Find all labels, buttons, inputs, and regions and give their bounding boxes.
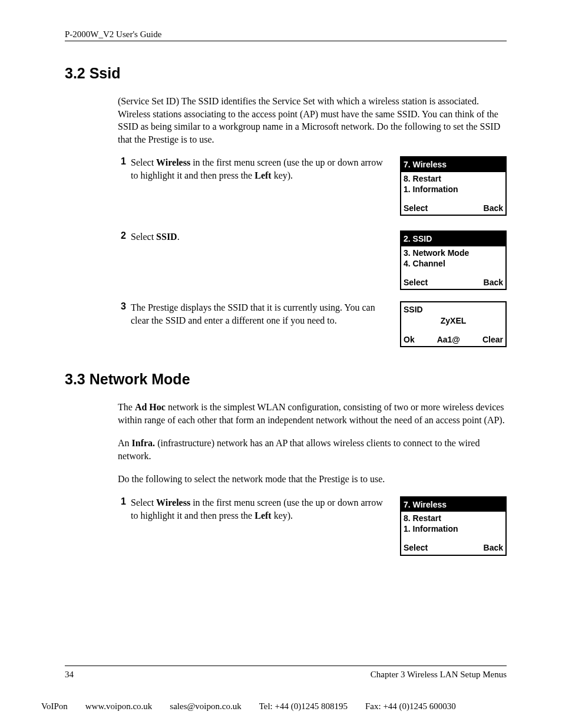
lcd-line: SSID <box>404 304 503 315</box>
t-bold: Ad Hoc <box>135 402 166 412</box>
t: key). <box>272 170 293 180</box>
lcd-line: 1. Information <box>404 523 503 534</box>
step-row: 1 Select Wireless in the first menu scre… <box>118 496 507 556</box>
page: P-2000W_V2 User's Guide 3.2 Ssid (Servic… <box>0 0 562 728</box>
t-bold: Wireless <box>156 498 190 508</box>
step-text: Select SSID. <box>131 230 392 243</box>
lcd-softkey-mid: Aa1@ <box>437 334 460 345</box>
step-text: Select Wireless in the first menu screen… <box>131 496 392 522</box>
steps-3-2: 1 Select Wireless in the first menu scre… <box>118 156 507 347</box>
email: sales@voipon.co.uk <box>170 701 241 711</box>
step-number: 1 <box>118 156 126 182</box>
fax: Fax: +44 (0)1245 600030 <box>365 701 456 711</box>
running-header: P-2000W_V2 User's Guide <box>65 29 507 41</box>
company: VoIPon <box>41 701 68 711</box>
step-number: 2 <box>118 230 126 243</box>
t: . <box>177 232 180 242</box>
lcd-screen: 2. SSID 3. Network Mode 4. Channel Selec… <box>400 230 507 290</box>
lcd-screen: SSID ZyXEL Ok Aa1@ Clear <box>400 301 507 347</box>
step-text: Select Wireless in the first menu screen… <box>131 156 392 182</box>
heading-3-3: 3.3 Network Mode <box>65 371 507 388</box>
contact-footer: VoIPon www.voipon.co.uk sales@voipon.co.… <box>41 701 527 711</box>
lcd-highlight: 7. Wireless <box>401 157 505 172</box>
lcd-screen: 7. Wireless 8. Restart 1. Information Se… <box>400 496 507 556</box>
t: network is the simplest WLAN configurati… <box>118 402 505 425</box>
lcd-line: 3. Network Mode <box>404 248 503 258</box>
lcd-softkey-right: Back <box>484 542 503 553</box>
step-row: 2 Select SSID. 2. SSID 3. Network Mode 4… <box>118 230 507 297</box>
lcd-line: 8. Restart <box>404 173 503 184</box>
t: (infrastructure) network has an AP that … <box>118 438 480 461</box>
t: Select <box>131 157 156 167</box>
p-3-3-3: Do the following to select the network m… <box>118 473 507 486</box>
lcd-softkey-right: Back <box>484 277 503 288</box>
t: An <box>118 438 132 448</box>
tel: Tel: +44 (0)1245 808195 <box>259 701 348 711</box>
step-row: 1 Select Wireless in the first menu scre… <box>118 156 507 226</box>
lcd-screen: 7. Wireless 8. Restart 1. Information Se… <box>400 156 507 216</box>
t-bold: Left <box>254 170 271 180</box>
lcd-value: ZyXEL <box>404 315 503 326</box>
t-bold: Left <box>254 510 271 521</box>
lcd-line: 4. Channel <box>404 258 503 269</box>
p-3-3-1: The Ad Hoc network is the simplest WLAN … <box>118 401 507 426</box>
lcd-softkey-right: Clear <box>482 334 503 345</box>
lcd-softkey-left: Select <box>404 277 428 288</box>
t: Select <box>131 232 156 242</box>
footer: 34 Chapter 3 Wireless LAN Setup Menus <box>65 666 507 680</box>
url: www.voipon.co.uk <box>85 701 153 711</box>
t: The <box>118 402 135 412</box>
p-3-3-2: An Infra. (infrastructure) network has a… <box>118 437 507 462</box>
step-number: 1 <box>118 496 126 522</box>
page-number: 34 <box>65 670 74 680</box>
t: Select <box>131 498 156 508</box>
lcd-highlight: 2. SSID <box>401 232 505 246</box>
t-bold: Wireless <box>156 157 190 167</box>
lcd-softkey-right: Back <box>484 203 503 213</box>
step-number: 3 <box>118 301 126 327</box>
chapter-label: Chapter 3 Wireless LAN Setup Menus <box>371 670 507 680</box>
lcd-line: 8. Restart <box>404 513 503 523</box>
lcd-line: 1. Information <box>404 184 503 195</box>
lcd-softkey-left: Ok <box>404 334 415 345</box>
t: key). <box>272 510 293 521</box>
lcd-softkey-left: Select <box>404 203 428 213</box>
steps-3-3: 1 Select Wireless in the first menu scre… <box>118 496 507 556</box>
t-bold: Infra. <box>132 438 156 448</box>
intro-3-2: (Service Set ID) The SSID identifies the… <box>118 95 507 146</box>
lcd-highlight: 7. Wireless <box>401 498 505 512</box>
lcd-softkey-left: Select <box>404 542 428 553</box>
heading-3-2: 3.2 Ssid <box>65 65 507 82</box>
t-bold: SSID <box>156 232 177 242</box>
step-text: The Prestige displays the SSID that it i… <box>131 301 392 327</box>
step-row: 3 The Prestige displays the SSID that it… <box>118 301 507 347</box>
